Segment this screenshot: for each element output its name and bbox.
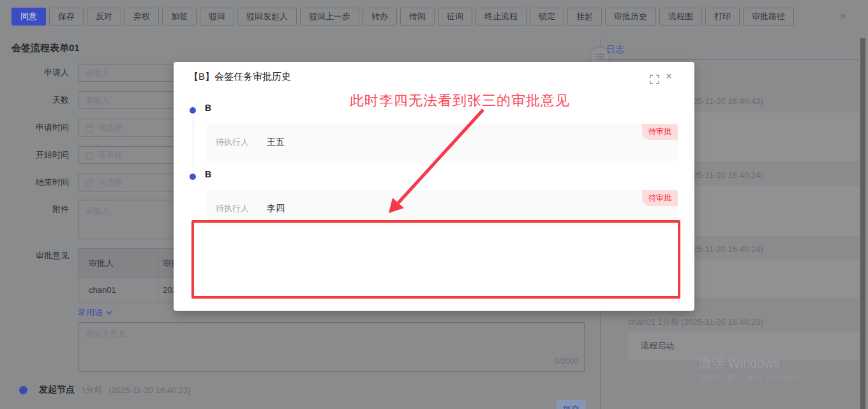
reject-previous-step-button[interactable]: 驳回上一步: [300, 8, 359, 26]
approval-path-button[interactable]: 审批路径: [743, 8, 794, 26]
applicant-label: 申请人: [5, 64, 69, 82]
timeline-dot-icon: [190, 107, 196, 114]
chevron-down-icon: [106, 311, 112, 315]
start-time-placeholder: 请选择: [98, 149, 123, 161]
expand-icon[interactable]: [650, 75, 659, 84]
approval-history-button[interactable]: 审批历史: [605, 8, 656, 26]
consult-button[interactable]: 征询: [438, 8, 472, 26]
executor-name: 李四: [267, 203, 285, 214]
terminate-process-button[interactable]: 终止流程: [475, 8, 527, 26]
start-node-row: 发起节点 1分前 (2025-11-20 16:40:23): [19, 384, 191, 396]
common-phrases-link[interactable]: 常用语: [78, 307, 112, 318]
status-badge: 待审批: [642, 190, 678, 206]
form-title: 会签流程表单01: [11, 42, 80, 54]
end-time-placeholder: 请选择: [98, 177, 123, 188]
executor-name: 王五: [267, 137, 285, 148]
print-button[interactable]: 打印: [705, 8, 740, 26]
start-node-label: 发起节点: [39, 384, 75, 396]
start-time-label: 开始时间: [5, 146, 69, 164]
flow-chart-button[interactable]: 流程图: [659, 8, 702, 26]
days-label: 天数: [5, 91, 69, 109]
approval-history-modal: 【B】会签任务审批历史 × B 待执行人 王五 待审批 B 待执行人 李四 待审…: [174, 62, 694, 311]
common-phrases-label: 常用语: [78, 307, 103, 318]
end-time-label: 结束时间: [5, 174, 69, 191]
calendar-icon: [85, 179, 93, 187]
page-close-icon[interactable]: ×: [840, 11, 846, 22]
windows-watermark-subtitle: 转到“设置”以激活 Windows。: [699, 373, 807, 384]
windows-watermark-title: 激活 Windows: [699, 355, 780, 372]
comment-input[interactable]: [78, 322, 585, 372]
oppose-button[interactable]: 反对: [87, 8, 121, 26]
apply-time-label: 申请时间: [5, 119, 69, 137]
timeline-dot-icon: [190, 174, 196, 180]
agree-button[interactable]: 同意: [11, 8, 46, 26]
reject-to-initiator-button[interactable]: 驳回发起人: [237, 8, 297, 26]
attachment-label: 附件: [5, 200, 69, 216]
modal-title: 【B】会签任务审批历史: [189, 71, 291, 83]
annotation-rectangle: [191, 220, 680, 299]
opinion-row-approver: chan01: [89, 285, 116, 295]
executor-label: 待执行人: [216, 203, 249, 214]
calendar-icon: [85, 124, 93, 132]
opinion-col-approver: 审批人: [89, 258, 114, 269]
lock-button[interactable]: 锁定: [530, 8, 564, 26]
scrollbar[interactable]: [860, 38, 865, 409]
start-node-time-ago: 1分前: [81, 384, 102, 396]
calendar-icon: [85, 151, 93, 160]
reject-button[interactable]: 驳回: [200, 8, 234, 26]
timeline-connector: [193, 117, 193, 172]
task-card: 待执行人 王五 待审批: [207, 124, 678, 161]
node-name: B: [205, 169, 211, 179]
save-button[interactable]: 保存: [49, 8, 84, 26]
modal-close-icon[interactable]: ×: [666, 70, 672, 83]
page: 同意 保存 反对 弃权 加签 驳回 驳回发起人 驳回上一步 转办 传阅 征询 终…: [0, 0, 868, 409]
toolbar: 同意 保存 反对 弃权 加签 驳回 驳回发起人 驳回上一步 转办 传阅 征询 终…: [0, 0, 868, 33]
status-badge: 待审批: [642, 124, 678, 140]
comment-box: 0/2000: [78, 322, 585, 372]
annotation-text: 此时李四无法看到张三的审批意见: [350, 91, 570, 110]
executor-label: 待执行人: [216, 137, 249, 148]
add-sign-button[interactable]: 加签: [162, 8, 197, 26]
tab-log[interactable]: 日志: [606, 44, 624, 56]
log-entry-header: chan01 1分前 (2025-11-20 16:40:23): [628, 316, 763, 328]
node-name: B: [205, 103, 211, 113]
submit-button[interactable]: 提交: [557, 400, 586, 409]
abstain-button[interactable]: 弃权: [124, 8, 159, 26]
opinion-label: 审批意见: [5, 250, 69, 262]
char-counter: 0/2000: [555, 357, 578, 366]
transfer-button[interactable]: 转办: [363, 8, 397, 26]
start-node-timestamp: (2025-11-20 16:40:23): [108, 385, 190, 395]
apply-time-placeholder: 请选择: [98, 122, 123, 133]
circulate-button[interactable]: 传阅: [400, 8, 435, 26]
node-dot-icon: [19, 386, 27, 394]
suspend-button[interactable]: 挂起: [567, 8, 602, 26]
log-tab-underline: [600, 59, 859, 60]
